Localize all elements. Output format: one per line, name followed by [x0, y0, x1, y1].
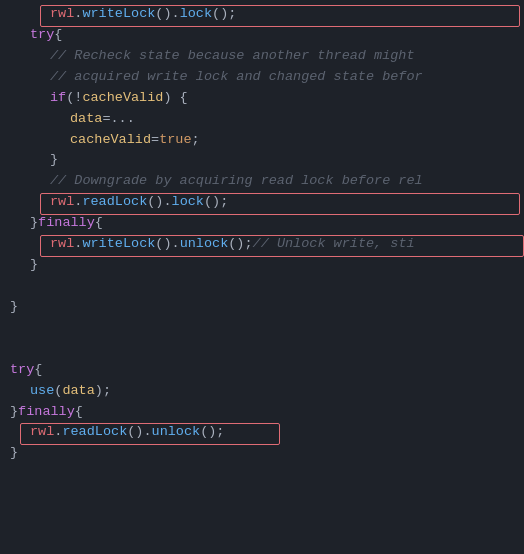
code-line-21: rwl.readLock().unlock();	[0, 422, 524, 443]
code-line-22: }	[0, 443, 524, 464]
code-line-18: try {	[0, 360, 524, 381]
code-line-10: rwl.readLock().lock();	[0, 192, 524, 213]
code-line-13: }	[0, 255, 524, 276]
highlight-box-12	[40, 235, 524, 257]
code-line-15: }	[0, 297, 524, 318]
code-editor: rwl.writeLock().lock(); try { // Recheck…	[0, 0, 524, 554]
code-line-5: if (!cacheValid) {	[0, 88, 524, 109]
code-line-17	[0, 339, 524, 360]
highlight-box-10	[40, 193, 520, 215]
code-line-8: }	[0, 150, 524, 171]
code-line-14	[0, 276, 524, 297]
code-line-7: cacheValid = true;	[0, 130, 524, 151]
code-line-3: // Recheck state because another thread …	[0, 46, 524, 67]
code-line-16	[0, 318, 524, 339]
code-line-9: // Downgrade by acquiring read lock befo…	[0, 171, 524, 192]
code-line-20: } finally {	[0, 402, 524, 423]
code-line-19: use(data);	[0, 381, 524, 402]
code-line-11: } finally {	[0, 213, 524, 234]
code-line-1: rwl.writeLock().lock();	[0, 4, 524, 25]
code-line-4: // acquired write lock and changed state…	[0, 67, 524, 88]
highlight-box-1	[40, 5, 520, 27]
code-line-12: rwl.writeLock().unlock(); // Unlock writ…	[0, 234, 524, 255]
code-line-2: try {	[0, 25, 524, 46]
highlight-box-21	[20, 423, 280, 445]
code-line-6: data = ...	[0, 109, 524, 130]
